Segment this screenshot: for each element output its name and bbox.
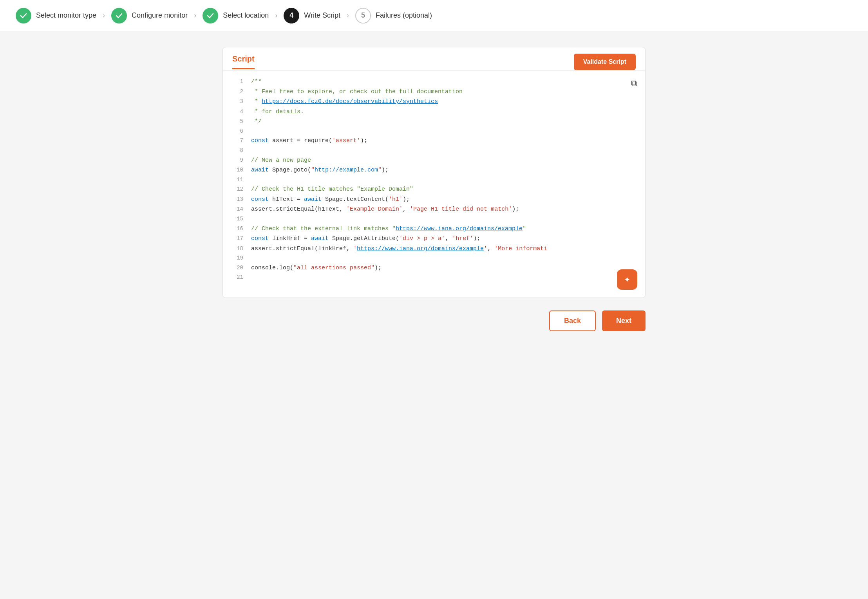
- step-2-circle: [111, 8, 127, 23]
- step-write-script: 4 Write Script: [284, 8, 340, 23]
- sparkle-icon: ✦: [624, 271, 630, 288]
- code-line-21: 21: [223, 273, 645, 282]
- step-3-label: Select location: [223, 11, 269, 20]
- code-line-2: 2 * Feel free to explore, or check out t…: [223, 87, 645, 97]
- code-line-1: 1 /**: [223, 77, 645, 87]
- code-line-20: 20 console.log("all assertions passed");: [223, 263, 645, 273]
- code-line-7: 7 const assert = require('assert');: [223, 136, 645, 146]
- step-select-monitor-type: Select monitor type: [16, 8, 96, 23]
- code-line-17: 17 const linkHref = await $page.getAttri…: [223, 234, 645, 244]
- code-line-14: 14 assert.strictEqual(h1Text, 'Example D…: [223, 204, 645, 215]
- code-line-5: 5 */: [223, 117, 645, 127]
- code-line-18: 18 assert.strictEqual(linkHref, 'https:/…: [223, 244, 645, 254]
- back-button[interactable]: Back: [549, 310, 596, 331]
- stepper: Select monitor type › Configure monitor …: [0, 0, 868, 31]
- code-line-6: 6: [223, 127, 645, 136]
- step-4-label: Write Script: [304, 11, 340, 20]
- code-editor[interactable]: ⧉ 1 /** 2 * Feel free to explore, or che…: [223, 70, 645, 298]
- code-line-15: 15: [223, 215, 645, 224]
- code-line-13: 13 const h1Text = await $page.textConten…: [223, 195, 645, 205]
- code-line-16: 16 // Check that the external link match…: [223, 224, 645, 234]
- code-line-9: 9 // New a new page: [223, 155, 645, 166]
- code-line-11: 11: [223, 175, 645, 185]
- main-content: Script Validate Script ⧉ 1 /** 2 * Feel …: [199, 31, 669, 355]
- footer-actions: Back Next: [222, 298, 646, 339]
- step-3-circle: [203, 8, 218, 23]
- code-line-12: 12 // Check the H1 title matches "Exampl…: [223, 184, 645, 195]
- script-section: Script Validate Script ⧉ 1 /** 2 * Feel …: [222, 47, 646, 298]
- step-5-circle: 5: [355, 8, 371, 23]
- step-5-number: 5: [361, 11, 365, 20]
- step-4-circle: 4: [284, 8, 299, 23]
- arrow-2: ›: [194, 11, 196, 20]
- step-failures-optional: 5 Failures (optional): [355, 8, 432, 23]
- code-line-8: 8: [223, 146, 645, 155]
- arrow-4: ›: [347, 11, 349, 20]
- code-line-10: 10 await $page.goto("http://example.com"…: [223, 165, 645, 175]
- script-header: Script Validate Script: [223, 47, 645, 70]
- ai-assist-button[interactable]: ✦: [617, 269, 637, 290]
- script-tab[interactable]: Script: [232, 54, 255, 69]
- step-1-label: Select monitor type: [36, 11, 96, 20]
- step-4-number: 4: [289, 11, 293, 20]
- code-line-3: 3 * https://docs.fcz0.de/docs/observabil…: [223, 97, 645, 107]
- arrow-1: ›: [103, 11, 105, 20]
- step-5-label: Failures (optional): [376, 11, 432, 20]
- step-select-location: Select location: [203, 8, 269, 23]
- step-2-label: Configure monitor: [132, 11, 188, 20]
- next-button[interactable]: Next: [602, 310, 646, 331]
- step-configure-monitor: Configure monitor: [111, 8, 188, 23]
- code-line-4: 4 * for details.: [223, 107, 645, 117]
- code-line-19: 19: [223, 254, 645, 263]
- copy-icon[interactable]: ⧉: [631, 77, 637, 91]
- step-1-circle: [16, 8, 31, 23]
- arrow-3: ›: [275, 11, 277, 20]
- validate-script-button[interactable]: Validate Script: [574, 54, 636, 70]
